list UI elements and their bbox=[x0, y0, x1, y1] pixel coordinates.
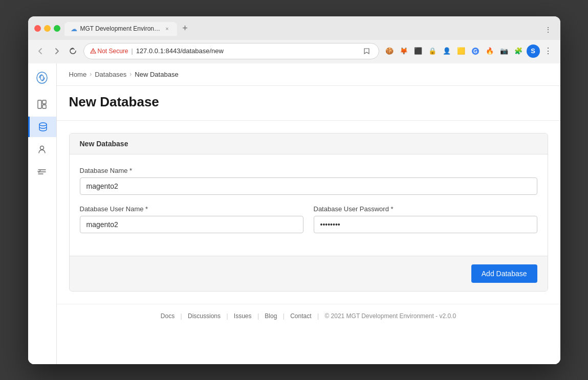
refresh-btn[interactable] bbox=[67, 45, 79, 57]
security-warning: Not Secure bbox=[90, 48, 128, 55]
close-window-btn[interactable] bbox=[34, 25, 41, 32]
form-section-header: New Database bbox=[70, 133, 548, 154]
footer-issues-link[interactable]: Issues bbox=[234, 312, 252, 320]
footer-discussions-link[interactable]: Discussions bbox=[188, 312, 221, 320]
db-name-input[interactable] bbox=[80, 177, 537, 195]
db-user-group: Database User Name * bbox=[80, 205, 303, 233]
new-database-form: New Database Database Name * Database Us… bbox=[69, 133, 548, 292]
sidebar-item-tasks[interactable] bbox=[32, 162, 52, 182]
db-user-col: Database User Name * bbox=[80, 205, 303, 243]
back-btn[interactable] bbox=[34, 45, 47, 57]
active-tab[interactable]: ☁ MGT Development Environmen × bbox=[64, 22, 177, 36]
sidebar-item-users[interactable] bbox=[32, 139, 52, 160]
chrome-menu-btn[interactable]: ⋮ bbox=[542, 45, 554, 57]
profile-btn[interactable]: S bbox=[527, 44, 540, 58]
svg-point-9 bbox=[40, 146, 44, 149]
page-content: Home › Databases › New Database New Data… bbox=[57, 63, 560, 364]
maximize-window-btn[interactable] bbox=[54, 25, 60, 32]
bookmark-btn[interactable] bbox=[361, 46, 373, 57]
url-actions bbox=[361, 46, 373, 57]
add-database-button[interactable]: Add Database bbox=[471, 264, 537, 283]
svg-point-1 bbox=[93, 52, 93, 53]
form-body: Database Name * Database User Name * bbox=[70, 154, 548, 256]
user-password-row: Database User Name * Database User Passw… bbox=[80, 205, 537, 243]
page-header: New Database bbox=[57, 86, 560, 121]
ext-camera-icon[interactable]: 📷 bbox=[498, 45, 510, 57]
breadcrumb-sep-1: › bbox=[90, 71, 92, 78]
window-controls bbox=[34, 25, 60, 32]
sidebar-item-database[interactable] bbox=[28, 117, 56, 137]
db-password-group: Database User Password * bbox=[314, 205, 537, 233]
browser-content: Home › Databases › New Database New Data… bbox=[28, 63, 560, 364]
svg-rect-6 bbox=[42, 100, 46, 104]
extension-icons: 🍪 🦊 ⬛ 🔒 👤 🟨 G 🔥 📷 🧩 S ⋮ bbox=[383, 44, 554, 58]
svg-point-4 bbox=[40, 75, 43, 80]
url-separator: | bbox=[132, 48, 133, 55]
breadcrumb-sep-2: › bbox=[129, 71, 132, 78]
form-footer: Add Database bbox=[70, 256, 548, 291]
url-text: 127.0.0.1:8443/database/new bbox=[136, 47, 358, 55]
page-title: New Database bbox=[69, 94, 548, 110]
ext-puzzle-icon[interactable]: 🧩 bbox=[512, 45, 525, 57]
db-name-label: Database Name * bbox=[80, 167, 537, 174]
ext-wallet-icon[interactable]: 🟨 bbox=[455, 45, 467, 57]
tab-title: MGT Development Environmen bbox=[80, 25, 161, 32]
ext-user-icon[interactable]: 👤 bbox=[441, 45, 453, 57]
db-name-group: Database Name * bbox=[80, 167, 537, 195]
address-bar: Not Secure | 127.0.0.1:8443/database/new… bbox=[28, 40, 560, 63]
footer-copyright: © 2021 MGT Development Environment - v2.… bbox=[324, 312, 456, 320]
breadcrumb-current: New Database bbox=[135, 71, 178, 78]
sidebar-item-layout[interactable] bbox=[32, 94, 52, 115]
more-options-btn[interactable]: ⋮ bbox=[542, 24, 554, 36]
breadcrumb-databases[interactable]: Databases bbox=[95, 71, 126, 78]
db-password-label: Database User Password * bbox=[314, 205, 537, 213]
tab-favicon-icon: ☁ bbox=[71, 25, 77, 33]
db-password-col: Database User Password * bbox=[314, 205, 537, 243]
title-bar: ☁ MGT Development Environmen × + ⋮ bbox=[28, 16, 560, 40]
ext-cookie-icon[interactable]: 🍪 bbox=[383, 45, 396, 57]
sidebar-logo[interactable] bbox=[32, 68, 52, 88]
svg-point-8 bbox=[39, 123, 47, 126]
ext-google-icon[interactable]: G bbox=[469, 45, 482, 57]
db-password-input[interactable] bbox=[314, 216, 537, 233]
footer-contact-link[interactable]: Contact bbox=[290, 312, 311, 320]
sidebar bbox=[28, 63, 57, 364]
footer-blog-link[interactable]: Blog bbox=[265, 312, 277, 320]
footer-docs-link[interactable]: Docs bbox=[161, 312, 175, 320]
db-user-input[interactable] bbox=[80, 216, 303, 233]
db-user-label: Database User Name * bbox=[80, 205, 303, 213]
browser-window: ☁ MGT Development Environmen × + ⋮ Not S… bbox=[28, 16, 560, 364]
ext-lock-icon[interactable]: 🔒 bbox=[426, 45, 439, 57]
svg-text:G: G bbox=[473, 49, 477, 54]
url-bar[interactable]: Not Secure | 127.0.0.1:8443/database/new bbox=[83, 43, 379, 59]
breadcrumb: Home › Databases › New Database bbox=[57, 63, 560, 86]
new-tab-btn[interactable]: + bbox=[178, 21, 192, 36]
ext-fire-icon[interactable]: 🔥 bbox=[484, 45, 496, 57]
ext-tab-icon[interactable]: ⬛ bbox=[412, 45, 424, 57]
tab-close-btn[interactable]: × bbox=[164, 25, 171, 32]
minimize-window-btn[interactable] bbox=[44, 25, 51, 32]
breadcrumb-home[interactable]: Home bbox=[69, 71, 87, 78]
forward-btn[interactable] bbox=[51, 45, 63, 57]
svg-rect-7 bbox=[42, 105, 46, 108]
page-footer: Docs | Discussions | Issues | Blog | Con… bbox=[57, 304, 560, 328]
tabs-row: ☁ MGT Development Environmen × + ⋮ bbox=[64, 21, 554, 36]
ext-fox-icon[interactable]: 🦊 bbox=[398, 45, 410, 57]
svg-rect-5 bbox=[38, 100, 41, 108]
